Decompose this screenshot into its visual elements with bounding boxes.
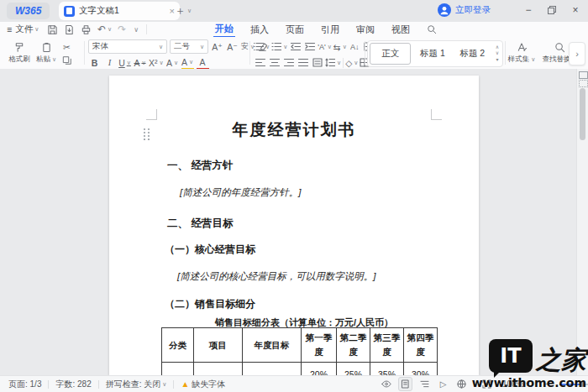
missing-font-warning[interactable]: ▲ 缺失字体 bbox=[181, 379, 225, 390]
redo-button[interactable]: ↷ bbox=[118, 24, 126, 35]
character-scale-button[interactable]: 'A'∨ bbox=[318, 40, 332, 53]
table-cell[interactable] bbox=[243, 363, 302, 376]
login-button[interactable]: 立即登录 bbox=[438, 3, 491, 17]
file-menu[interactable]: ≡ 文件∨ bbox=[7, 22, 39, 37]
vertical-scrollbar[interactable] bbox=[576, 69, 588, 375]
ribbon: 格式刷 粘贴∨ ✂ 宋体∨ 二号∨ A⁺ A⁻ bbox=[0, 37, 588, 70]
tab-insert[interactable]: 插入 bbox=[249, 23, 270, 37]
read-mode-icon[interactable] bbox=[380, 378, 392, 390]
decrease-indent-button[interactable] bbox=[289, 40, 302, 53]
document-tab[interactable]: 文字文稿1 × bbox=[59, 2, 180, 20]
close-window-button[interactable]: × bbox=[570, 4, 581, 16]
sort-button[interactable]: A↓ bbox=[349, 40, 361, 53]
new-tab-button[interactable]: ＋∨ bbox=[175, 3, 192, 18]
page-indicator: 页面: 1/3 bbox=[8, 379, 41, 390]
print-button[interactable] bbox=[81, 24, 92, 35]
tab-review[interactable]: 审阅 bbox=[354, 23, 376, 37]
menu-row: ≡ 文件∨ ↶∨ ↷ ∨ 开始 插入 页面 引用 审阅 视图 bbox=[0, 22, 588, 37]
scrollbar-thumb[interactable] bbox=[580, 88, 585, 140]
ribbon-search-icon[interactable] bbox=[425, 23, 438, 37]
ithome-logo-icon: IT bbox=[489, 339, 533, 373]
table-header: 第三季度 bbox=[370, 328, 404, 363]
bold-button[interactable]: B bbox=[88, 56, 101, 69]
tab-home[interactable]: 开始 bbox=[213, 22, 235, 38]
distribute-button[interactable] bbox=[311, 56, 323, 69]
text-effects-button[interactable]: A∨ bbox=[166, 56, 179, 69]
undo-button[interactable]: ↶∨ bbox=[97, 24, 112, 35]
line-spacing-button[interactable]: ∨ bbox=[325, 56, 341, 69]
paste-button[interactable]: 粘贴∨ bbox=[34, 39, 59, 67]
outline-view-icon[interactable] bbox=[418, 378, 431, 390]
style-heading2[interactable]: 标题 2 bbox=[453, 41, 492, 66]
align-right-button[interactable] bbox=[282, 56, 295, 69]
tab-reference[interactable]: 引用 bbox=[319, 23, 341, 37]
highlight-color-button[interactable]: A∨ bbox=[181, 55, 194, 70]
document-canvas[interactable]: 年度经营计划书 一、 经营方针 [简述公司的年度经营方针。] 二、 经营目标 （… bbox=[0, 69, 588, 375]
format-painter-button[interactable]: 格式刷 bbox=[7, 39, 32, 67]
table-cell[interactable] bbox=[194, 363, 243, 376]
table-header: 第四季度 bbox=[404, 328, 438, 363]
table-cell[interactable]: 35% bbox=[370, 363, 404, 376]
bullet-list-button[interactable]: ∨ bbox=[254, 40, 270, 53]
tab-page[interactable]: 页面 bbox=[284, 23, 306, 37]
table-cell[interactable]: 25% bbox=[337, 363, 370, 376]
ruler-toggle-icon[interactable] bbox=[579, 71, 588, 79]
restore-button[interactable] bbox=[548, 6, 556, 14]
paste-icon bbox=[41, 42, 52, 53]
increase-indent-button[interactable] bbox=[303, 40, 316, 53]
spellcheck-status[interactable]: 拼写检查: 关闭∨ bbox=[106, 379, 167, 390]
justify-button[interactable] bbox=[297, 56, 309, 69]
underline-button[interactable]: U∨ bbox=[118, 56, 131, 69]
page-view-icon[interactable] bbox=[398, 377, 412, 391]
tab-view[interactable]: 视图 bbox=[390, 23, 412, 37]
warning-icon: ▲ bbox=[181, 379, 189, 389]
avatar-icon bbox=[438, 3, 451, 17]
web-layout-icon[interactable] bbox=[455, 378, 468, 390]
quickbar-more-icon[interactable]: ∨ bbox=[132, 26, 139, 34]
save-button[interactable] bbox=[47, 24, 58, 35]
strikethrough-button[interactable]: A∨ bbox=[134, 56, 146, 69]
app-logo[interactable]: W365 bbox=[7, 3, 50, 19]
subsection-heading-1: （一）核心经营目标 bbox=[165, 243, 255, 257]
hamburger-icon: ≡ bbox=[7, 24, 12, 34]
shading-button[interactable]: ◇∨ bbox=[345, 56, 358, 69]
phonetic-guide-button[interactable]: 安∨ bbox=[241, 40, 255, 53]
sales-target-table[interactable]: 分类 项目 年度目标 第一季度 第二季度 第三季度 第四季度 20% 25% 3… bbox=[161, 327, 438, 375]
cut-button[interactable]: ✂ bbox=[60, 40, 73, 53]
split-view-icon[interactable] bbox=[579, 80, 588, 87]
table-cell[interactable]: 30% bbox=[404, 363, 438, 376]
align-center-button[interactable] bbox=[268, 56, 281, 69]
minimize-button[interactable]: − bbox=[522, 4, 534, 16]
format-painter-icon bbox=[13, 42, 25, 53]
copy-button[interactable] bbox=[62, 55, 72, 65]
style-body[interactable]: 正文 bbox=[370, 43, 411, 65]
align-left-button[interactable] bbox=[254, 56, 266, 69]
font-color-button[interactable]: A bbox=[197, 55, 209, 70]
table-header: 项目 bbox=[194, 328, 243, 363]
document-title: 年度经营计划书 bbox=[109, 119, 479, 141]
table-cell[interactable]: 20% bbox=[302, 363, 337, 376]
export-pdf-button[interactable] bbox=[64, 24, 75, 35]
section-heading-1: 一、 经营方针 bbox=[167, 159, 233, 173]
table-cell[interactable] bbox=[162, 363, 194, 376]
subsection-heading-2: （二）销售目标细分 bbox=[165, 297, 255, 311]
ithome-watermark: IT 之家 www.ithome.com bbox=[472, 339, 586, 389]
ribbon-expand-button[interactable]: › bbox=[569, 42, 585, 65]
wps-window: W365 文字文稿1 × ＋∨ 立即登录 − × ≡ 文件 bbox=[0, 0, 588, 392]
superscript-button[interactable]: X²∨ bbox=[149, 56, 164, 69]
style-set-button[interactable]: 样式集∨ bbox=[507, 39, 536, 67]
font-size-select[interactable]: 二号∨ bbox=[170, 39, 208, 54]
style-set-icon bbox=[516, 42, 528, 53]
increase-font-button[interactable]: A⁺ bbox=[211, 40, 223, 53]
word-count[interactable]: 字数: 282 bbox=[55, 379, 91, 390]
numbered-list-button[interactable]: ∨ bbox=[271, 40, 287, 53]
text-direction-button[interactable]: ⇆∨ bbox=[333, 40, 347, 53]
decrease-font-button[interactable]: A⁻ bbox=[226, 40, 239, 53]
play-presentation-icon[interactable]: ▷ bbox=[437, 378, 449, 390]
font-family-select[interactable]: 宋体∨ bbox=[88, 39, 167, 54]
style-heading1[interactable]: 标题 1 bbox=[412, 41, 452, 66]
document-page[interactable]: 年度经营计划书 一、 经营方针 [简述公司的年度经营方针。] 二、 经营目标 （… bbox=[109, 76, 479, 375]
styles-scroll-arrows[interactable]: ∧∨▾ bbox=[492, 41, 502, 66]
italic-button[interactable]: I bbox=[103, 56, 116, 69]
ribbon-tabs: 开始 插入 页面 引用 审阅 视图 bbox=[213, 22, 438, 37]
